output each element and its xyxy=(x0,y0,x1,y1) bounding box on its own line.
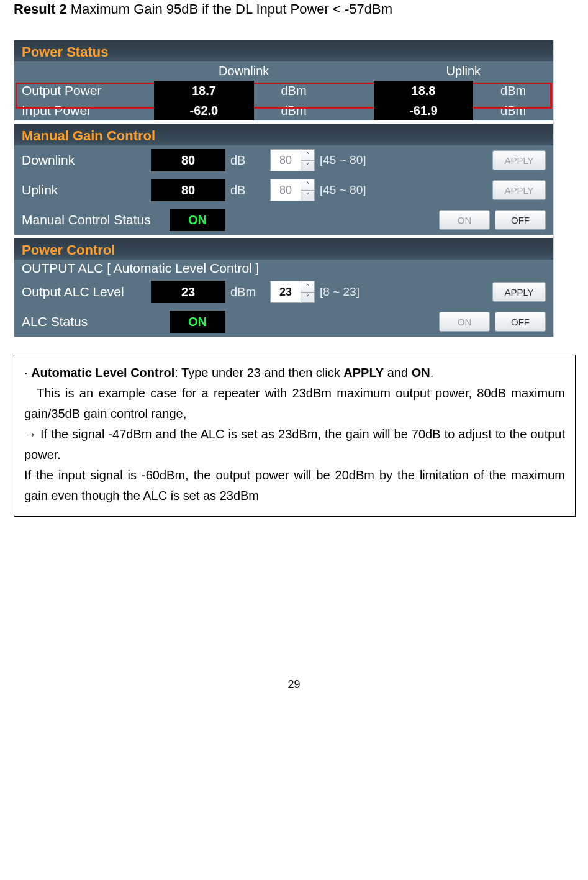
spinner-down-icon[interactable]: ˅ xyxy=(301,293,314,303)
manual-gain-control-panel: Manual Gain Control Downlink 80 dB 80 ˄ … xyxy=(14,124,553,235)
mgc-header: Manual Gain Control xyxy=(14,124,553,145)
result-title-rest: Maximum Gain 95dB if the DL Input Power … xyxy=(67,1,392,17)
power-status-panel: Power Status Downlink Uplink Output Powe… xyxy=(14,40,553,120)
on-word: ON xyxy=(412,366,430,379)
row-input-power: Input Power -62.0 dBm -61.9 dBm xyxy=(14,101,553,120)
mgc-uplink-spinner[interactable]: 80 ˄ ˅ xyxy=(270,179,315,201)
power-control-header: Power Control xyxy=(14,238,553,260)
note-line-3: → If the signal -47dBm and the ALC is se… xyxy=(24,424,565,465)
spinner-down-icon[interactable]: ˅ xyxy=(301,161,314,171)
alc-level-row: Output ALC Level 23 dBm 23 ˄ ˅ [8 ~ 23] … xyxy=(14,277,553,307)
mgc-on-button[interactable]: ON xyxy=(439,210,490,230)
result-title-bold: Result 2 xyxy=(14,1,67,17)
and-word: and xyxy=(384,366,411,379)
spinner-value[interactable]: 23 xyxy=(271,281,301,302)
mgc-status-row: Manual Control Status ON ON OFF xyxy=(14,205,553,235)
arrow-icon: → xyxy=(24,427,37,441)
output-power-ul-value: 18.8 xyxy=(374,81,474,101)
note-line-2: This is an example case for a repeater w… xyxy=(24,383,565,424)
note-line-1: · Automatic Level Control: Type under 23… xyxy=(24,363,565,383)
alc-period: . xyxy=(430,366,434,379)
row-output-power: Output Power 18.7 dBm 18.8 dBm xyxy=(14,81,553,101)
alc-level-label: Output ALC Level xyxy=(22,284,146,299)
power-control-subtitle: OUTPUT ALC [ Automatic Level Control ] xyxy=(14,260,553,277)
mgc-row-label: Uplink xyxy=(22,183,146,197)
note-line-3-text: If the signal -47dBm and the ALC is set … xyxy=(24,427,565,461)
spinner-arrows[interactable]: ˄ ˅ xyxy=(301,281,314,302)
mgc-downlink-apply-button[interactable]: APPLY xyxy=(492,150,546,170)
mgc-uplink-value: 80 xyxy=(151,179,225,201)
mgc-downlink-spinner[interactable]: 80 ˄ ˅ xyxy=(270,149,315,171)
col-uplink: Uplink xyxy=(374,61,553,81)
alc-status-row: ALC Status ON ON OFF xyxy=(14,307,553,337)
mgc-downlink-row: Downlink 80 dB 80 ˄ ˅ [45 ~ 80] APPLY xyxy=(14,145,553,175)
alc-on-button[interactable]: ON xyxy=(439,312,490,332)
note-box: · Automatic Level Control: Type under 23… xyxy=(14,355,576,517)
spinner-arrows[interactable]: ˄ ˅ xyxy=(301,179,314,201)
output-power-dl-value: 18.7 xyxy=(154,81,254,101)
spinner-up-icon[interactable]: ˄ xyxy=(301,179,314,191)
output-power-dl-unit: dBm xyxy=(254,81,334,101)
note-line-4: If the input signal is -60dBm, the outpu… xyxy=(24,465,565,506)
mgc-downlink-range: [45 ~ 80] xyxy=(320,153,394,167)
row-label: Output Power xyxy=(14,81,154,101)
input-power-dl-value: -62.0 xyxy=(154,101,254,120)
spinner-up-icon[interactable]: ˄ xyxy=(301,150,314,161)
spinner-value[interactable]: 80 xyxy=(271,179,301,201)
alc-off-button[interactable]: OFF xyxy=(495,312,546,332)
input-power-dl-unit: dBm xyxy=(254,101,334,120)
alc-status-value: ON xyxy=(170,311,225,333)
alc-level-spinner[interactable]: 23 ˄ ˅ xyxy=(270,281,315,303)
input-power-ul-value: -61.9 xyxy=(374,101,474,120)
device-ui: Power Status Downlink Uplink Output Powe… xyxy=(14,40,554,337)
power-status-header: Power Status xyxy=(14,40,553,61)
alc-level-unit: dBm xyxy=(230,285,265,299)
col-downlink: Downlink xyxy=(154,61,333,81)
bullet: · xyxy=(24,366,31,379)
alc-rest-1: : Type under 23 and then click xyxy=(174,366,343,379)
alc-apply-button[interactable]: APPLY xyxy=(492,282,546,302)
row-label: Input Power xyxy=(14,101,154,120)
spinner-arrows[interactable]: ˄ ˅ xyxy=(301,150,314,171)
mgc-row-label: Downlink xyxy=(22,153,146,168)
power-status-table: Downlink Uplink Output Power 18.7 dBm 18… xyxy=(14,61,553,120)
spinner-value[interactable]: 80 xyxy=(271,150,301,171)
mgc-uplink-apply-button[interactable]: APPLY xyxy=(492,180,546,200)
page-number: 29 xyxy=(14,678,574,702)
output-power-ul-unit: dBm xyxy=(473,81,553,101)
alc-level-value: 23 xyxy=(151,281,225,303)
result-title: Result 2 Maximum Gain 95dB if the DL Inp… xyxy=(14,0,574,40)
mgc-uplink-range: [45 ~ 80] xyxy=(320,183,394,197)
mgc-downlink-value: 80 xyxy=(151,149,225,171)
mgc-status-label: Manual Control Status xyxy=(22,212,165,227)
alc-bold-label: Automatic Level Control xyxy=(31,366,174,379)
mgc-off-button[interactable]: OFF xyxy=(495,210,546,230)
mgc-status-value: ON xyxy=(170,209,225,231)
power-control-panel: Power Control OUTPUT ALC [ Automatic Lev… xyxy=(14,238,553,337)
spinner-up-icon[interactable]: ˄ xyxy=(301,281,314,293)
alc-level-range: [8 ~ 23] xyxy=(320,285,394,299)
input-power-ul-unit: dBm xyxy=(473,101,553,120)
mgc-uplink-row: Uplink 80 dB 80 ˄ ˅ [45 ~ 80] APPLY xyxy=(14,175,553,205)
spinner-down-icon[interactable]: ˅ xyxy=(301,191,314,201)
apply-word: APPLY xyxy=(343,366,384,379)
mgc-uplink-unit: dB xyxy=(230,183,265,197)
mgc-downlink-unit: dB xyxy=(230,153,265,168)
alc-status-label: ALC Status xyxy=(22,314,165,329)
